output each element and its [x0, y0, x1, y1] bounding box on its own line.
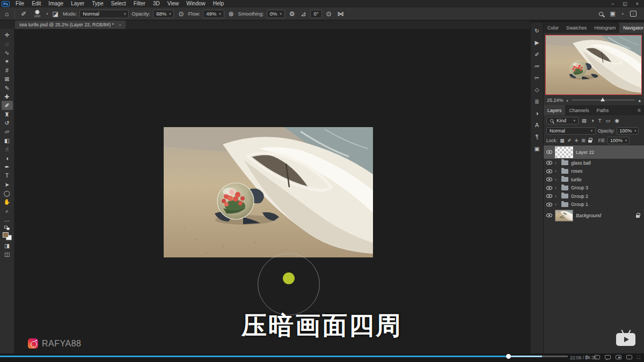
zoom-slider[interactable] [572, 100, 635, 100]
blend-mode-select[interactable]: Normal ▾ [79, 10, 129, 18]
layer-row-group-2[interactable]: › Group 2 [544, 192, 644, 201]
video-progress-bar[interactable] [0, 356, 568, 357]
move-tool[interactable]: ✛ [2, 31, 13, 39]
path-select-tool[interactable]: ➤ [2, 180, 13, 189]
default-colors-icon[interactable] [4, 226, 10, 230]
expand-group-icon[interactable]: › [555, 185, 559, 190]
menu-select[interactable]: Select [107, 0, 130, 8]
foreground-color-swatch[interactable] [3, 232, 9, 238]
home-button[interactable]: ⌂ [3, 8, 10, 20]
dodge-tool[interactable]: ◑ [2, 153, 13, 162]
smart-object-filter-icon[interactable]: ◉ [614, 117, 620, 123]
shape-tool[interactable]: ◯ [2, 189, 13, 197]
quick-mask-icon[interactable]: ◨ [2, 241, 13, 250]
visibility-eye-icon[interactable] [546, 194, 552, 198]
menu-file[interactable]: File [12, 0, 28, 8]
brush-angle-field[interactable]: 0° [310, 10, 321, 18]
workspace-switcher-icon[interactable]: ▣ [610, 10, 615, 17]
zoom-in-icon[interactable]: ▴ [638, 98, 641, 103]
layer-name[interactable]: Group 3 [571, 185, 588, 190]
navigator-zoom-value[interactable]: 25.24% [547, 98, 564, 103]
share-icon[interactable]: ↑ [630, 11, 636, 17]
layer-row-background[interactable]: Background [544, 209, 644, 222]
tab-swatches[interactable]: Swatches [562, 23, 590, 33]
brush-settings-toggle-icon[interactable]: ◪ [51, 8, 60, 20]
adjustment-layer-filter-icon[interactable]: ◑ [590, 117, 595, 123]
smudge-tool[interactable]: ☝ [2, 145, 13, 153]
layer-name[interactable]: Group 1 [571, 202, 588, 207]
gradient-tool[interactable]: ◧ [2, 136, 13, 145]
menu-3d[interactable]: 3D [149, 0, 164, 8]
zoom-out-icon[interactable]: ▴ [567, 98, 568, 102]
layer-name[interactable]: Background [576, 213, 601, 218]
menu-edit[interactable]: Edit [28, 0, 45, 8]
marquee-tool[interactable]: ◌ [2, 39, 13, 48]
tool-presets-panel-icon[interactable]: ≔ [534, 63, 540, 69]
menu-window[interactable]: Window [182, 0, 209, 8]
clone-stamp-tool[interactable]: ♜ [2, 110, 13, 119]
pen-tool[interactable]: ✒ [2, 162, 13, 171]
hand-tool[interactable]: ✋ [2, 197, 13, 206]
menu-filter[interactable]: Filter [130, 0, 149, 8]
brush-settings-panel-icon[interactable]: ✐ [535, 51, 539, 57]
adjustments-panel-icon[interactable]: ◑ [535, 110, 538, 116]
danmaku-comment-icon[interactable] [605, 355, 611, 359]
expand-group-icon[interactable]: › [555, 168, 559, 174]
tab-channels[interactable]: Channels [565, 105, 592, 115]
tab-layers[interactable]: Layers [544, 105, 565, 115]
paragraph-panel-icon[interactable]: ¶ [536, 134, 539, 140]
layer-name[interactable]: turtle [571, 177, 582, 182]
type-layer-filter-icon[interactable]: T [597, 117, 603, 123]
pressure-opacity-icon[interactable]: ⊙ [177, 8, 185, 20]
close-tab-icon[interactable]: × [119, 23, 121, 27]
lock-transparency-icon[interactable]: ▦ [559, 138, 565, 143]
canvas-image[interactable] [164, 127, 373, 257]
panel-menu-icon[interactable]: ≡ [634, 105, 644, 115]
foreground-background-swatches[interactable] [3, 232, 12, 240]
expand-group-icon[interactable]: › [555, 202, 559, 207]
tab-color[interactable]: Color [544, 23, 562, 33]
playback-settings-icon[interactable]: ⚙ [585, 354, 589, 360]
frame-tool[interactable]: ⊠ [2, 75, 13, 83]
clone-source-panel-icon[interactable]: ✂ [535, 75, 539, 81]
healing-brush-tool[interactable]: ✚ [2, 92, 13, 101]
crop-tool[interactable]: # [2, 66, 13, 75]
layer-thumbnail-image[interactable] [555, 210, 573, 221]
lock-position-icon[interactable]: ✛ [574, 138, 579, 143]
layer-name[interactable]: glass ball [571, 160, 591, 166]
layer-name[interactable]: roses [571, 168, 583, 174]
chevron-down-icon[interactable]: ▾ [46, 12, 48, 16]
web-fullscreen-icon[interactable] [626, 355, 632, 359]
lock-artboard-icon[interactable]: ⊞ [581, 138, 586, 143]
history-brush-tool[interactable]: ↺ [2, 119, 13, 127]
layer-row-glass-ball[interactable]: › glass ball [544, 159, 644, 167]
layer-fill-select[interactable]: 100% ▾ [608, 137, 630, 144]
tab-navigator[interactable]: Navigator [619, 23, 644, 33]
libraries-panel-icon[interactable]: ▣ [535, 146, 540, 152]
restore-button[interactable]: ◱ [623, 1, 627, 6]
shape-layer-filter-icon[interactable]: ▭ [605, 117, 612, 123]
layer-row-group-3[interactable]: › Group 3 [544, 184, 644, 193]
3d-panel-icon[interactable]: ◇ [535, 87, 539, 93]
visibility-eye-icon[interactable] [546, 178, 552, 181]
minimize-button[interactable]: – [611, 1, 614, 6]
navigator-proxy-view[interactable] [545, 35, 642, 95]
eraser-tool[interactable]: ▱ [2, 127, 13, 136]
quality-icon[interactable] [594, 355, 600, 359]
picture-in-picture-icon[interactable] [616, 355, 621, 359]
close-button[interactable]: × [636, 1, 639, 6]
properties-panel-icon[interactable]: ≣ [535, 99, 539, 105]
flow-select[interactable]: 49% ▾ [203, 10, 224, 18]
pressure-size-icon[interactable]: ⊙ [325, 8, 333, 20]
filter-kind-select[interactable]: Kind ▾ [546, 117, 579, 124]
expand-group-icon[interactable]: › [555, 160, 559, 166]
visibility-eye-icon[interactable] [546, 186, 552, 190]
eyedropper-tool[interactable]: ✎ [2, 83, 13, 92]
edit-toolbar-ellipsis[interactable]: … [2, 215, 13, 224]
visibility-eye-icon[interactable] [546, 161, 552, 165]
zoom-tool[interactable]: ⌕ [2, 206, 13, 215]
character-panel-icon[interactable]: A [535, 122, 539, 128]
visibility-eye-icon[interactable] [546, 213, 552, 217]
screen-mode-icon[interactable]: ◫ [2, 250, 13, 258]
visibility-eye-icon[interactable] [546, 169, 552, 173]
